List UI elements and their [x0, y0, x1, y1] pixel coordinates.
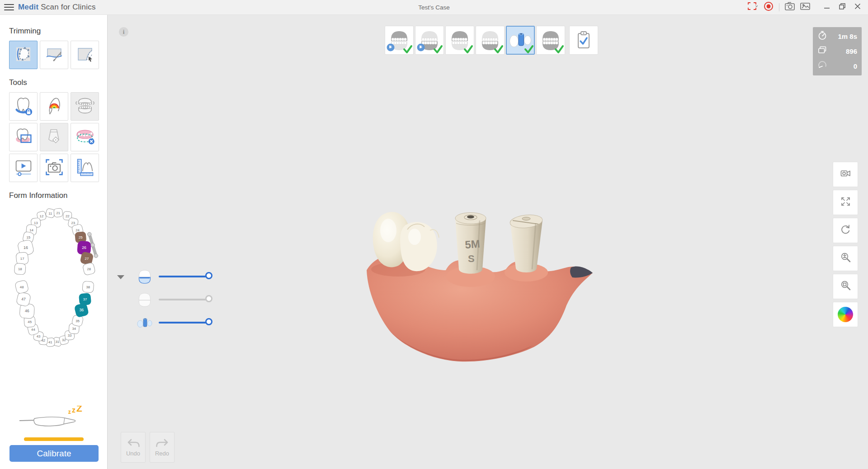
scan-status-panel: 1m 8s 896 0 [813, 27, 862, 75]
tooth-17[interactable]: 17 [16, 252, 28, 265]
svg-text:48: 48 [20, 285, 24, 289]
svg-text:25: 25 [79, 235, 83, 239]
scanner-status: z z Z [0, 406, 108, 441]
brush-trim-icon [44, 44, 65, 66]
gingiva-trim-icon [13, 126, 34, 149]
view-record-button[interactable] [833, 162, 858, 187]
svg-text:17: 17 [20, 257, 24, 261]
tooth-48[interactable]: 48 [14, 280, 29, 294]
polygon-trim-button[interactable] [71, 41, 99, 69]
arch-lower-icon [136, 269, 153, 284]
maxilla-opacity-slider[interactable] [159, 299, 208, 300]
sidebar: Trimming Tools Form Information 11121314… [0, 15, 108, 469]
stage-occlusion[interactable] [536, 26, 565, 55]
maximize-button[interactable] [835, 0, 850, 14]
undo-button[interactable]: Undo [121, 432, 146, 463]
scan-viewport[interactable]: i 1m 8s [108, 15, 868, 469]
record-button[interactable] [761, 0, 776, 14]
camera-icon [784, 2, 795, 13]
tooth-28[interactable]: 28 [82, 263, 95, 276]
tools-title: Tools [9, 78, 99, 87]
app-title: Medit Scan for Clinics [18, 3, 96, 12]
svg-text:26: 26 [82, 245, 86, 250]
form-information-title: Form Information [9, 191, 99, 200]
check-icon [463, 45, 473, 54]
stage-mandible-scan[interactable] [415, 26, 444, 55]
stage-confirm[interactable] [569, 26, 598, 55]
reset-view-button[interactable] [833, 218, 858, 243]
lock-data-icon [13, 95, 34, 118]
calibrate-button[interactable]: Calibrate [9, 445, 99, 462]
denture-compare-button[interactable] [71, 123, 99, 151]
menu-button[interactable] [0, 0, 18, 15]
titlebar-separator [779, 3, 779, 11]
redo-arrow-icon [156, 438, 169, 448]
color-map-icon [838, 307, 853, 322]
flag-badge-icon [417, 43, 425, 52]
svg-text:35: 35 [75, 319, 80, 323]
reset-view-icon [840, 224, 852, 237]
mandible-opacity-slider-knob[interactable] [205, 272, 212, 279]
zoom-region-button[interactable] [833, 274, 858, 299]
brush-trim-button[interactable] [40, 41, 68, 69]
redo-button[interactable]: Redo [150, 432, 175, 463]
svg-text:Z: Z [76, 406, 82, 413]
minimize-icon [823, 3, 830, 12]
tooth-18[interactable]: 18 [14, 263, 26, 275]
gallery-icon [800, 2, 811, 13]
stage-scanbody[interactable] [506, 26, 535, 55]
scan-time-value: 1m 8s [838, 33, 857, 40]
info-icon[interactable]: i [119, 27, 128, 37]
opacity-sliders [117, 268, 208, 331]
fit-screen-icon [840, 196, 852, 209]
mandible-opacity-slider[interactable] [159, 276, 208, 277]
stage-mandible-preop[interactable] [476, 26, 505, 55]
scan-time-row: 1m 8s [817, 30, 857, 42]
color-map-button[interactable] [833, 302, 858, 327]
measure-icon [74, 157, 96, 179]
check-icon [524, 45, 534, 54]
replay-button[interactable] [9, 154, 38, 182]
paint-texture-icon [43, 95, 65, 118]
gallery-button[interactable] [797, 0, 813, 14]
svg-text:15: 15 [26, 235, 30, 239]
close-button[interactable] [850, 0, 865, 14]
slider-row-scanbody-opacity [136, 314, 208, 331]
svg-text:44: 44 [31, 328, 35, 332]
minimize-button[interactable] [819, 0, 835, 14]
speed-row: 0 [817, 60, 857, 72]
stage-maxilla-preop[interactable] [445, 26, 474, 55]
maxilla-opacity-slider-knob[interactable] [205, 295, 212, 302]
capture-icon [43, 157, 65, 179]
capture-area-button[interactable] [745, 0, 761, 14]
tooth-38[interactable]: 38 [82, 281, 94, 293]
zoom-in-out-button[interactable] [833, 246, 858, 271]
gingiva-trim-button[interactable] [9, 123, 38, 151]
measure-button[interactable] [71, 154, 99, 182]
polygon-trim-icon [75, 44, 95, 66]
margin-line-button [40, 123, 68, 151]
screenshot-button[interactable] [782, 0, 797, 14]
view-record-icon [840, 168, 852, 181]
capture-button[interactable] [40, 154, 68, 182]
paint-texture-button[interactable] [40, 92, 68, 121]
tooth-21[interactable]: 21 [54, 208, 63, 217]
svg-text:21: 21 [56, 211, 60, 215]
flag-badge-icon [387, 43, 395, 52]
fit-screen-button[interactable] [833, 190, 858, 215]
svg-text:33: 33 [68, 333, 72, 338]
scanbody-opacity-slider-knob[interactable] [205, 318, 212, 325]
stage-maxilla-scan[interactable] [385, 26, 414, 55]
redo-label: Redo [155, 450, 169, 457]
scanbody-opacity-slider[interactable] [159, 322, 208, 324]
collapse-sliders-icon[interactable] [117, 275, 124, 279]
svg-text:46: 46 [25, 309, 29, 313]
lasso-trim-button[interactable] [9, 41, 38, 69]
3d-scan-model[interactable]: 5M S [362, 202, 656, 372]
lock-data-button[interactable] [9, 92, 38, 121]
stopwatch-icon [817, 30, 827, 42]
record-icon [764, 1, 774, 13]
window-controls [745, 0, 868, 14]
tooth-37[interactable]: 37 [79, 293, 91, 305]
svg-text:37: 37 [83, 297, 87, 301]
